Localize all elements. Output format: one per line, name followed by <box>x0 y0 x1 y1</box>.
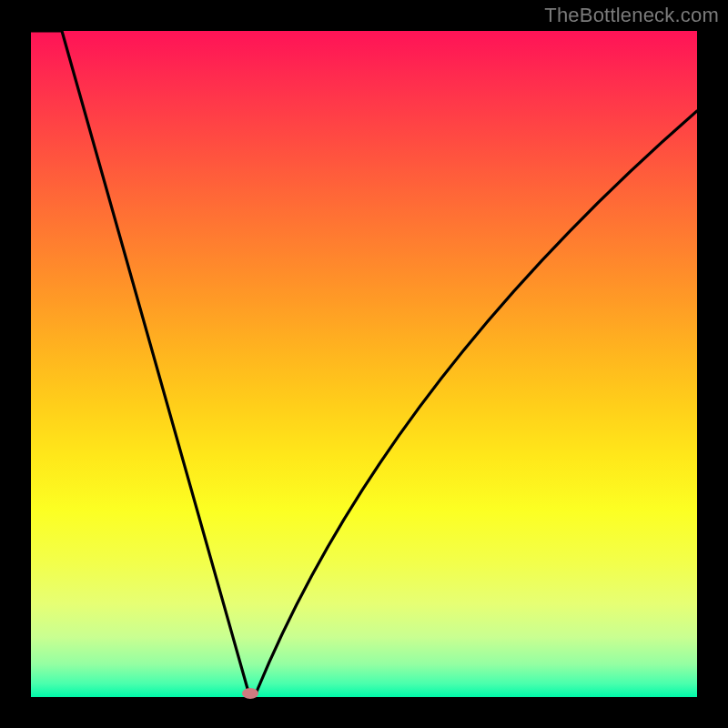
attribution-text: TheBottleneck.com <box>544 4 719 27</box>
bottleneck-curve <box>31 31 697 697</box>
optimal-point-marker <box>242 688 258 699</box>
plot-area <box>31 31 697 697</box>
curve-path <box>31 31 697 696</box>
chart-frame: TheBottleneck.com <box>0 0 728 728</box>
